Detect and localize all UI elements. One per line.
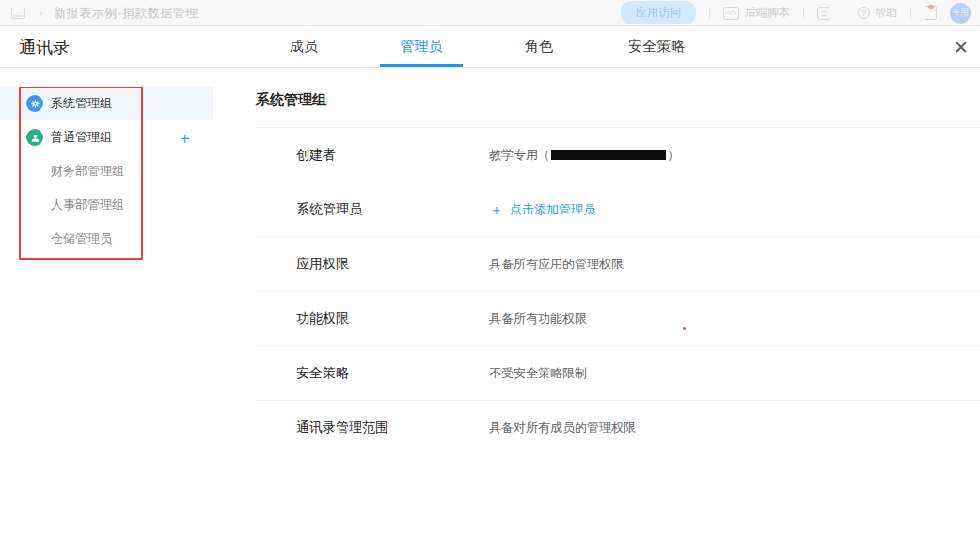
row-label: 功能权限 <box>296 310 489 327</box>
window-titlebar: › 新报表示例-捐款数据管理 应用访问 </> 后端脚本 ? 帮助 专用 <box>0 0 980 26</box>
row-value: 具备对所有成员的管理权限 <box>489 420 636 436</box>
sidebar-item-warehouse-admin[interactable]: 仓储管理员 <box>0 222 213 256</box>
divider <box>910 8 911 19</box>
sidebar-item-system-admin-group[interactable]: 系统管理组 <box>0 87 213 120</box>
row-label: 安全策略 <box>296 365 489 382</box>
sidebar-item-label: 仓储管理员 <box>51 230 112 247</box>
row-value: 具备所有功能权限 <box>489 310 587 327</box>
creator-value-prefix: 教学专用（ <box>489 147 550 164</box>
tab-members[interactable]: 成员 <box>262 26 345 67</box>
sidebar-item-label: 系统管理组 <box>51 95 112 112</box>
sidebar-item-hr-admin-group[interactable]: 人事部管理组 <box>0 188 213 222</box>
row-label: 应用权限 <box>296 256 489 273</box>
person-badge-icon <box>26 129 43 146</box>
add-admin-link[interactable]: ＋ 点击添加管理员 <box>489 201 595 218</box>
row-label: 创建者 <box>296 147 489 164</box>
content-area: 系统管理组 普通管理组 ＋ 财务部管理组 人事部管理组 仓储管理员 系统管理组 … <box>0 68 980 455</box>
help-button[interactable]: ? 帮助 <box>858 5 897 21</box>
sidebar-item-label: 普通管理组 <box>51 129 112 146</box>
help-label: 帮助 <box>875 5 897 21</box>
stray-red-dot <box>683 327 686 330</box>
clipboard-icon[interactable] <box>925 6 937 20</box>
admin-group-sidebar: 系统管理组 普通管理组 ＋ 财务部管理组 人事部管理组 仓储管理员 <box>0 68 213 455</box>
tab-roles[interactable]: 角色 <box>498 26 580 67</box>
window-icon[interactable] <box>11 8 25 19</box>
page-title: 通讯录 <box>19 36 70 58</box>
sidebar-item-label: 财务部管理组 <box>51 163 124 180</box>
window-title: 新报表示例-捐款数据管理 <box>54 5 198 22</box>
tab-security-policy[interactable]: 安全策略 <box>615 26 698 67</box>
plus-icon: ＋ <box>489 202 503 216</box>
row-label: 系统管理员 <box>296 201 489 218</box>
detail-row-function-permissions: 功能权限 具备所有功能权限 <box>256 292 980 346</box>
detail-row-creator: 创建者 教学专用（ ） <box>256 128 980 182</box>
contacts-header: 通讯录 成员 管理员 角色 安全策略 ✕ <box>0 26 980 68</box>
row-label: 通讯录管理范围 <box>296 420 489 436</box>
question-icon: ? <box>858 7 870 19</box>
close-icon[interactable]: ✕ <box>954 38 969 56</box>
code-icon: </> <box>723 7 739 20</box>
backend-script-label: 后端脚本 <box>745 5 790 21</box>
sidebar-item-normal-admin-group[interactable]: 普通管理组 ＋ <box>0 120 213 154</box>
breadcrumb-chevron-icon: › <box>39 6 42 20</box>
tab-bar: 成员 管理员 角色 安全策略 <box>262 26 733 67</box>
backend-script-button[interactable]: </> 后端脚本 <box>723 5 790 21</box>
creator-value-suffix: ） <box>667 147 679 164</box>
divider <box>709 8 710 19</box>
avatar[interactable]: 专用 <box>950 3 971 24</box>
detail-row-contacts-scope: 通讯录管理范围 具备对所有成员的管理权限 <box>256 401 980 455</box>
gear-badge-icon <box>26 95 43 112</box>
creator-value: 教学专用（ ） <box>489 147 679 164</box>
sidebar-item-finance-admin-group[interactable]: 财务部管理组 <box>0 154 213 188</box>
redaction-bar <box>551 150 666 160</box>
detail-row-app-permissions: 应用权限 具备所有应用的管理权限 <box>256 237 980 292</box>
add-admin-link-label: 点击添加管理员 <box>510 201 595 218</box>
sidebar-item-label: 人事部管理组 <box>51 197 124 214</box>
row-value: 不受安全策略限制 <box>489 365 587 382</box>
divider <box>803 8 804 19</box>
detail-row-security-policy: 安全策略 不受安全策略限制 <box>256 346 980 401</box>
titlebar-actions: 应用访问 </> 后端脚本 ? 帮助 专用 <box>621 1 980 24</box>
add-group-button[interactable]: ＋ <box>177 130 193 146</box>
app-access-button[interactable]: 应用访问 <box>621 1 696 24</box>
tab-admins[interactable]: 管理员 <box>380 26 463 67</box>
group-detail-panel: 系统管理组 创建者 教学专用（ ） 系统管理员 ＋ 点击添加管理员 应用权限 具… <box>256 68 980 455</box>
group-heading: 系统管理组 <box>256 68 980 128</box>
form-log-icon[interactable] <box>817 7 830 20</box>
row-value: 具备所有应用的管理权限 <box>489 256 624 273</box>
detail-row-system-admins: 系统管理员 ＋ 点击添加管理员 <box>256 182 980 237</box>
divider <box>844 8 845 19</box>
